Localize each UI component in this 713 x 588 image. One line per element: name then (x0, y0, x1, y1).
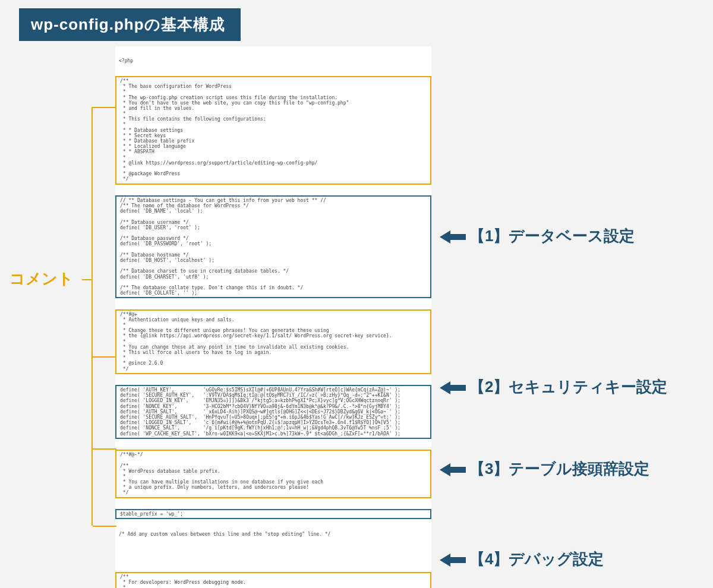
label-debug: 【4】デバッグ設定 (440, 549, 604, 570)
header-comment: /** * The base configuration for WordPre… (115, 76, 431, 185)
svg-marker-0 (440, 230, 466, 244)
svg-marker-2 (440, 463, 466, 476)
label-security-keys: 【2】セキュリティキー設定 (440, 377, 667, 397)
custom-note: /* Add any custom values between this li… (115, 530, 431, 538)
label-table-prefix: 【3】テーブル接頭辞設定 (440, 459, 649, 479)
auth-comment: /**#@+ * Authentication unique keys and … (115, 309, 431, 374)
db-settings-block: // ** Database settings - You can get th… (115, 195, 431, 298)
code-column: <?php /** * The base configuration for W… (115, 46, 431, 588)
comment-connector (92, 107, 93, 526)
label-db-settings: 【1】データベース設定 (440, 226, 635, 246)
arrow-left-icon (440, 380, 466, 396)
svg-marker-3 (440, 554, 466, 567)
debug-comment: /** * For developers: WordPress debuggin… (115, 572, 431, 589)
php-open: <?php (115, 57, 431, 65)
arrow-left-icon (440, 552, 466, 568)
auth-keys-block: define( 'AUTH_KEY', 'uGOyRe:$s5IMS}sXIl@… (115, 385, 431, 439)
prefix-comment: /**#@-*/ /** * WordPress database table … (115, 450, 431, 498)
comment-label: コメント (10, 268, 74, 289)
arrow-left-icon (440, 229, 466, 245)
svg-marker-1 (440, 381, 466, 394)
arrow-left-icon (440, 462, 466, 478)
table-prefix-block: $table_prefix = 'wp_'; (115, 509, 431, 519)
page-title: wp-config.phpの基本構成 (19, 8, 241, 41)
